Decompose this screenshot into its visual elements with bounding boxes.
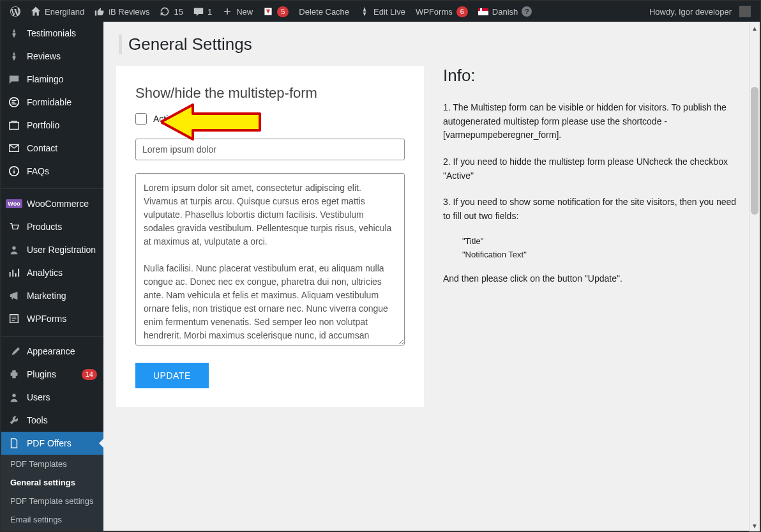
scrollbar-down[interactable]: ▼ (750, 521, 760, 531)
sidebar-label: Appearance (27, 346, 75, 356)
thumbs-up-icon (94, 6, 105, 17)
sidebar-label: Flamingo (27, 74, 64, 84)
new-label: New (236, 7, 253, 17)
sidebar-label: Testimonials (27, 28, 76, 38)
sidebar-label: Formidable (27, 97, 72, 107)
info-p3: 3. If you need to show some notification… (443, 195, 740, 223)
svg-point-4 (12, 394, 15, 397)
sidebar-item-faqs[interactable]: FAQs (1, 160, 103, 183)
refresh-link[interactable]: 15 (154, 1, 188, 22)
comments-link[interactable]: 1 (188, 1, 217, 22)
submenu-email-settings[interactable]: Email settings (1, 510, 103, 529)
admin-sidebar: Testimonials Reviews Flamingo Formidable… (1, 22, 103, 531)
sidebar-item-users[interactable]: Users (1, 386, 103, 409)
active-checkbox[interactable] (135, 113, 147, 125)
language-link[interactable]: Danish ? (473, 1, 537, 22)
info-icon (8, 165, 20, 177)
sidebar-label: Products (27, 222, 62, 232)
sidebar-item-reviews[interactable]: Reviews (1, 45, 103, 68)
products-icon (8, 221, 20, 232)
info-column: Info: 1. The Multistep form can be visib… (443, 66, 740, 299)
sidebar-label: PDF Offers (27, 438, 72, 448)
sidebar-label: User Registration (27, 245, 96, 255)
active-label[interactable]: Active (153, 114, 177, 124)
ib-reviews-label: iB Reviews (109, 7, 149, 17)
pin-icon (8, 27, 20, 39)
autoptimize-link[interactable]: 5 (258, 1, 294, 22)
sidebar-submenu: PDF Templates General settings PDF Templ… (1, 455, 103, 531)
notification-textarea[interactable] (135, 173, 405, 346)
help-icon: ? (522, 6, 532, 17)
sidebar-item-user-registration[interactable]: User Registration (1, 238, 103, 261)
wpforms-label: WPForms (416, 7, 453, 17)
sidebar-label: Analytics (27, 268, 63, 278)
formidable-icon (8, 96, 20, 108)
page-title: General Settings (119, 34, 747, 54)
account-link[interactable]: Howdy, Igor developer (644, 1, 756, 22)
submenu-pdf-template-settings[interactable]: PDF Template settings (1, 492, 103, 510)
new-link[interactable]: New (217, 1, 258, 22)
submenu-pdf-templates[interactable]: PDF Templates (1, 455, 103, 473)
sidebar-item-portfolio[interactable]: Portfolio (1, 114, 103, 137)
danish-flag-icon (478, 8, 488, 15)
sidebar-item-tools[interactable]: Tools (1, 409, 103, 432)
svg-point-2 (12, 247, 15, 250)
sidebar-label: Users (27, 392, 50, 402)
delete-cache-link[interactable]: Delete Cache (294, 1, 354, 22)
sidebar-item-testimonials[interactable]: Testimonials (1, 22, 103, 45)
site-name: Energiland (45, 7, 84, 17)
update-button[interactable]: UPDATE (135, 363, 209, 388)
plugins-count: 14 (82, 369, 97, 380)
admin-bar: Energiland iB Reviews 15 1 New 5 Delete … (1, 1, 760, 22)
language-label: Danish (492, 7, 518, 17)
sidebar-item-plugins[interactable]: Plugins14 (1, 363, 103, 386)
mail-icon (8, 142, 20, 154)
info-p4: And then please click on the button "Upd… (443, 272, 740, 286)
wpforms-count: 6 (456, 6, 468, 17)
sidebar-item-products[interactable]: Products (1, 215, 103, 238)
sidebar-item-appearance[interactable]: Appearance (1, 340, 103, 363)
info-q2: "Notification Text" (462, 250, 740, 259)
settings-card: Show/hide the multistep-form Active UPDA… (116, 66, 424, 407)
portfolio-icon (8, 119, 20, 131)
sidebar-label: WPForms (27, 314, 66, 324)
scrollbar-thumb[interactable] (751, 87, 758, 215)
sidebar-item-woocommerce[interactable]: WooWooCommerce (1, 192, 103, 215)
scrollbar[interactable]: ▲ ▼ (749, 23, 760, 531)
sidebar-label: FAQs (27, 166, 49, 176)
wpforms-icon (8, 313, 20, 324)
sidebar-label: Marketing (27, 291, 66, 301)
wp-logo[interactable] (5, 1, 26, 22)
plugin-icon (8, 369, 20, 380)
sidebar-item-formidable[interactable]: Formidable (1, 91, 103, 114)
comments-count: 1 (207, 7, 212, 17)
edit-live-link[interactable]: Edit Live (354, 1, 411, 22)
wordpress-icon (10, 6, 20, 17)
ib-reviews-link[interactable]: iB Reviews (89, 1, 154, 22)
submenu-general-settings[interactable]: General settings (1, 473, 103, 492)
info-p1: 1. The Multistep form can be visible or … (443, 101, 740, 142)
submenu-offers[interactable]: Offers (1, 529, 103, 531)
wpforms-link[interactable]: WPForms 6 (411, 1, 473, 22)
info-quoted: "Title" "Notification Text" (443, 236, 740, 259)
sidebar-label: Tools (27, 415, 48, 425)
info-q1: "Title" (462, 236, 740, 246)
tools-icon (8, 414, 20, 426)
sidebar-item-pdf-offers[interactable]: PDF Offers (1, 432, 103, 455)
site-name-link[interactable]: Energiland (26, 1, 89, 22)
sidebar-label: Reviews (27, 51, 61, 61)
sidebar-item-marketing[interactable]: Marketing (1, 284, 103, 307)
title-input[interactable] (135, 139, 405, 160)
sidebar-item-analytics[interactable]: Analytics (1, 261, 103, 284)
info-p2: 2. If you need to hidde the multistep fo… (443, 155, 740, 183)
sidebar-item-flamingo[interactable]: Flamingo (1, 68, 103, 91)
refresh-count: 15 (174, 7, 183, 17)
edit-live-icon (359, 6, 370, 17)
autoptimize-icon (263, 6, 273, 17)
sidebar-label: WooCommerce (27, 199, 89, 209)
megaphone-icon (8, 290, 20, 301)
sidebar-item-contact[interactable]: Contact (1, 137, 103, 160)
autoptimize-count: 5 (277, 6, 289, 17)
sidebar-item-wpforms[interactable]: WPForms (1, 307, 103, 330)
scrollbar-up[interactable]: ▲ (750, 23, 760, 34)
